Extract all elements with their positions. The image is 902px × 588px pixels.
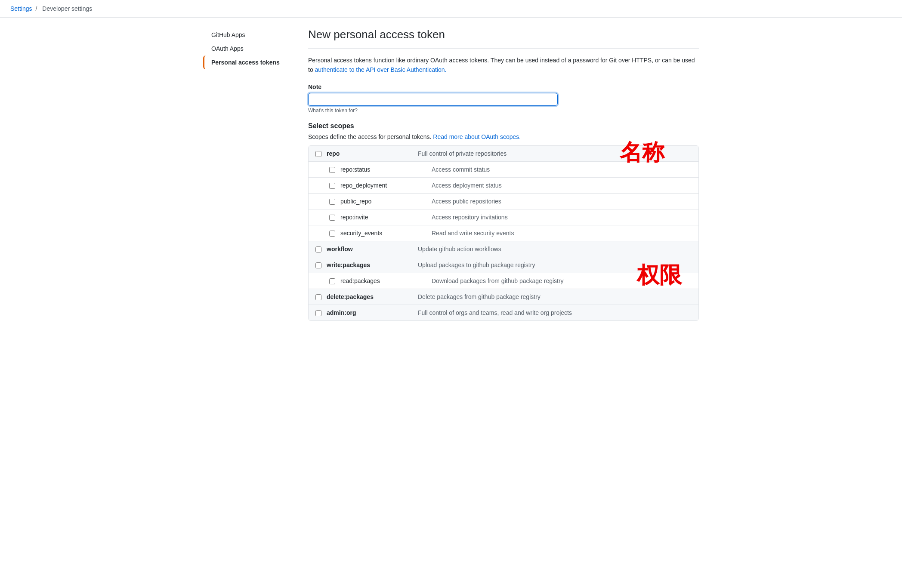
scopes-description: Scopes define the access for personal to… (308, 133, 699, 140)
scope-name-read-packages: read:packages (340, 277, 426, 284)
breadcrumb-separator: / (35, 5, 37, 12)
scope-desc-write-packages: Upload packages to github package regist… (418, 262, 535, 268)
scope-name-admin-org: admin:org (327, 309, 413, 316)
scopes-desc-text: Scopes define the access for personal to… (308, 133, 433, 140)
sidebar-item-oauth-apps[interactable]: OAuth Apps (203, 42, 298, 55)
scope-row-write-packages: write:packages Upload packages to github… (309, 257, 698, 273)
scope-name-workflow: workflow (327, 246, 413, 252)
scope-name-repo-deployment: repo_deployment (340, 182, 426, 189)
scope-row-read-packages: read:packages Download packages from git… (309, 273, 698, 289)
scopes-section: Select scopes Scopes define the access f… (308, 122, 699, 321)
select-scopes-title: Select scopes (308, 122, 699, 130)
scope-name-repo: repo (327, 150, 413, 157)
description: Personal access tokens function like ord… (308, 55, 699, 75)
scope-row-repo-status: repo:status Access commit status (309, 162, 698, 178)
settings-link[interactable]: Settings (10, 5, 32, 12)
scope-row-security-events: security_events Read and write security … (309, 225, 698, 241)
top-nav: Settings / Developer settings (0, 0, 902, 18)
note-label: Note (308, 83, 699, 90)
note-hint: What's this token for? (308, 108, 699, 114)
scope-checkbox-security-events[interactable] (329, 231, 335, 237)
scope-checkbox-read-packages[interactable] (329, 278, 335, 284)
note-input[interactable] (308, 93, 558, 106)
scope-checkbox-delete-packages[interactable] (315, 294, 321, 300)
scope-name-public-repo: public_repo (340, 198, 426, 205)
page-title: New personal access token (308, 28, 699, 49)
scope-desc-repo: Full control of private repositories (418, 150, 507, 157)
scope-checkbox-workflow[interactable] (315, 246, 321, 252)
scope-name-repo-status: repo:status (340, 166, 426, 173)
scope-row-workflow: workflow Update github action workflows (309, 241, 698, 257)
scope-desc-workflow: Update github action workflows (418, 246, 501, 252)
scope-checkbox-admin-org[interactable] (315, 310, 321, 316)
scope-row-public-repo: public_repo Access public repositories (309, 194, 698, 209)
scope-desc-security-events: Read and write security events (432, 230, 514, 237)
scope-checkbox-repo-invite[interactable] (329, 215, 335, 221)
sidebar: GitHub Apps OAuth Apps Personal access t… (203, 28, 298, 329)
scope-row-admin-org: admin:org Full control of orgs and teams… (309, 305, 698, 320)
sidebar-item-personal-access-tokens[interactable]: Personal access tokens (203, 55, 298, 69)
scope-row-repo-invite: repo:invite Access repository invitation… (309, 209, 698, 225)
scope-desc-repo-deployment: Access deployment status (432, 182, 502, 189)
description-link[interactable]: authenticate to the API over Basic Authe… (315, 66, 447, 73)
scope-desc-repo-invite: Access repository invitations (432, 214, 508, 221)
scope-name-security-events: security_events (340, 230, 426, 237)
scope-checkbox-write-packages[interactable] (315, 262, 321, 268)
scope-checkbox-public-repo[interactable] (329, 199, 335, 205)
main-content: New personal access token Personal acces… (308, 28, 699, 329)
scope-checkbox-repo-status[interactable] (329, 167, 335, 173)
scope-desc-admin-org: Full control of orgs and teams, read and… (418, 309, 572, 316)
scope-name-repo-invite: repo:invite (340, 214, 426, 221)
scope-desc-read-packages: Download packages from github package re… (432, 277, 564, 284)
note-form-group: Note What's this token for? (308, 83, 699, 114)
developer-settings-label: Developer settings (42, 5, 92, 12)
scope-row-delete-packages: delete:packages Delete packages from git… (309, 289, 698, 305)
scope-row-repo: repo Full control of private repositorie… (309, 146, 698, 162)
scope-name-delete-packages: delete:packages (327, 293, 413, 300)
scope-desc-public-repo: Access public repositories (432, 198, 501, 205)
scope-desc-repo-status: Access commit status (432, 166, 490, 173)
scope-checkbox-repo-deployment[interactable] (329, 183, 335, 189)
scopes-table: repo Full control of private repositorie… (308, 145, 699, 321)
scopes-desc-link[interactable]: Read more about OAuth scopes. (433, 133, 521, 140)
scope-desc-delete-packages: Delete packages from github package regi… (418, 293, 541, 300)
scope-name-write-packages: write:packages (327, 262, 413, 268)
scope-row-repo-deployment: repo_deployment Access deployment status (309, 178, 698, 194)
sidebar-item-github-apps[interactable]: GitHub Apps (203, 28, 298, 42)
scope-checkbox-repo[interactable] (315, 151, 321, 157)
